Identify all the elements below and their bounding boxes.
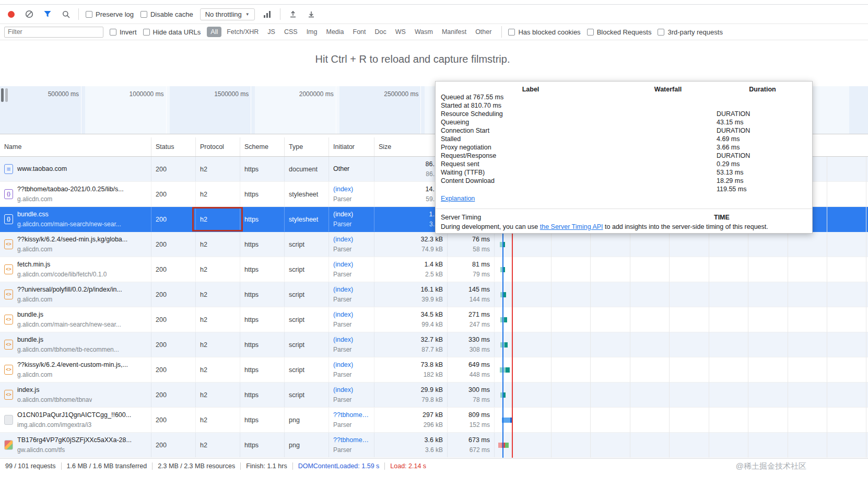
image-icon xyxy=(4,415,13,425)
request-name-cell[interactable]: <>??universal/polyfill/0.0.2/p/index/in.… xyxy=(0,282,151,307)
has-blocked-cookies-checkbox[interactable]: Has blocked cookies xyxy=(508,28,580,36)
request-name-cell[interactable]: <>bundle.jsg.alicdn.com/tbhome/tb-recomm… xyxy=(0,332,151,357)
invert-checkbox[interactable]: Invert xyxy=(110,28,137,36)
request-row[interactable]: <>index.jso.alicdn.com/tbhome/tbnav200h2… xyxy=(0,383,868,408)
type-filter-doc[interactable]: Doc xyxy=(371,27,390,37)
type-filter-manifest[interactable]: Manifest xyxy=(438,27,470,37)
request-name-cell[interactable]: <>fetch.min.jsg.alicdn.com/code/lib/fetc… xyxy=(0,257,151,282)
column-header-name[interactable]: Name xyxy=(0,137,151,156)
request-name-cell[interactable]: <>index.jso.alicdn.com/tbhome/tbnav xyxy=(0,383,151,407)
record-button[interactable] xyxy=(5,8,17,20)
preserve-log-checkbox[interactable]: Preserve log xyxy=(86,10,134,18)
overview-handle[interactable] xyxy=(1,88,4,102)
time-secondary: 79 ms xyxy=(473,270,490,280)
column-header-initiator[interactable]: Initiator xyxy=(329,137,374,156)
time-primary: 81 ms xyxy=(472,260,490,270)
resources-size: 2.3 MB / 2.3 MB resources xyxy=(158,462,235,470)
initiator-link[interactable]: (index) xyxy=(333,184,353,194)
network-conditions-button[interactable] xyxy=(262,8,273,20)
type-filter-css[interactable]: CSS xyxy=(280,27,301,37)
request-scheme: https xyxy=(240,433,285,457)
timing-duration: 0.29 ms xyxy=(717,160,740,168)
initiator-link[interactable]: (index) xyxy=(333,235,353,245)
request-name-cell[interactable]: {}??tbhome/taobao-2021/0.0.25/lib/s...g.… xyxy=(0,182,151,206)
initiator-link[interactable]: (index) xyxy=(333,310,353,320)
column-header-scheme[interactable]: Scheme xyxy=(240,137,285,156)
explanation-link[interactable]: Explanation xyxy=(441,195,475,202)
column-header-status[interactable]: Status xyxy=(151,137,196,156)
search-button[interactable] xyxy=(60,8,72,20)
request-initiator[interactable]: (index)Parser xyxy=(329,332,374,357)
request-type: script xyxy=(285,307,329,332)
type-filter-all[interactable]: All xyxy=(207,27,221,37)
request-initiator[interactable]: ??tbhome…Parser xyxy=(329,433,374,457)
size-secondary: 99.4 kB xyxy=(421,320,443,330)
request-row[interactable]: <>??kissy/k/6.2.4/seed-min.js,kg/globa..… xyxy=(0,232,868,257)
timing-duration: 43.15 ms xyxy=(717,119,743,126)
checkbox-icon xyxy=(140,11,147,18)
server-timing-api-link[interactable]: the Server Timing API xyxy=(540,223,603,230)
timing-row: Request/ResponseDURATION xyxy=(441,152,807,160)
request-initiator[interactable]: (index)Parser xyxy=(329,207,374,231)
request-initiator[interactable]: Other xyxy=(329,157,374,181)
type-filter-js[interactable]: JS xyxy=(264,27,279,37)
column-header-protocol[interactable]: Protocol xyxy=(196,137,240,156)
initiator-link[interactable]: ??tbhome… xyxy=(333,410,369,420)
request-row[interactable]: O1CN01PaQurJ1QgnAICTCgg_!!600...img.alic… xyxy=(0,408,868,433)
request-name-cell[interactable]: <>??kissy/k/6.2.4/event-custom-min.js,..… xyxy=(0,357,151,382)
request-name-cell[interactable]: {}bundle.cssg.alicdn.com/main-search/new… xyxy=(0,207,151,231)
requests-count: 99 / 101 requests xyxy=(5,462,56,470)
type-filter-fetch-xhr[interactable]: Fetch/XHR xyxy=(223,27,262,37)
request-name-cell[interactable]: TB176rg4VP7gK0jSZFjXXc5aXXa-28...gw.alic… xyxy=(0,433,151,457)
column-header-type[interactable]: Type xyxy=(285,137,329,156)
blocked-requests-checkbox[interactable]: Blocked Requests xyxy=(587,28,652,36)
initiator-detail: Parser xyxy=(333,370,353,380)
request-row[interactable]: <>bundle.jsg.alicdn.com/tbhome/tb-recomm… xyxy=(0,332,868,357)
request-initiator[interactable]: ??tbhome…Parser xyxy=(329,408,374,432)
initiator-link[interactable]: (index) xyxy=(333,210,353,219)
filter-toggle-button[interactable] xyxy=(42,8,53,20)
clear-button[interactable] xyxy=(24,8,35,20)
initiator-link[interactable]: (index) xyxy=(333,385,353,395)
overview-handle[interactable] xyxy=(5,88,8,102)
throttling-select[interactable]: No throttling▼ xyxy=(200,8,255,20)
type-filter-wasm[interactable]: Wasm xyxy=(411,27,437,37)
export-har-button[interactable] xyxy=(306,8,317,20)
request-initiator[interactable]: (index)Parser xyxy=(329,383,374,407)
request-initiator[interactable]: (index)Parser xyxy=(329,257,374,282)
request-name-cell[interactable]: <>bundle.jsg.alicdn.com/main-search/new-… xyxy=(0,307,151,332)
request-initiator[interactable]: (index)Parser xyxy=(329,357,374,382)
request-initiator[interactable]: (index)Parser xyxy=(329,282,374,307)
request-initiator[interactable]: (index)Parser xyxy=(329,232,374,257)
type-filter-media[interactable]: Media xyxy=(322,27,347,37)
disable-cache-checkbox[interactable]: Disable cache xyxy=(140,10,193,18)
request-row[interactable]: <>bundle.jsg.alicdn.com/main-search/new-… xyxy=(0,307,868,332)
blocked-requests-label: Blocked Requests xyxy=(597,28,652,36)
request-initiator[interactable]: (index)Parser xyxy=(329,182,374,206)
import-har-button[interactable] xyxy=(287,8,299,20)
type-filter-other[interactable]: Other xyxy=(472,27,495,37)
initiator-link[interactable]: (index) xyxy=(333,335,353,345)
third-party-requests-checkbox[interactable]: 3rd-party requests xyxy=(658,28,723,36)
initiator-link[interactable]: (index) xyxy=(333,260,353,270)
request-row[interactable]: <>??universal/polyfill/0.0.2/p/index/in.… xyxy=(0,282,868,307)
request-row[interactable]: TB176rg4VP7gK0jSZFjXXc5aXXa-28...gw.alic… xyxy=(0,433,868,458)
request-scheme: https xyxy=(240,307,285,332)
request-row[interactable]: <>??kissy/k/6.2.4/event-custom-min.js,..… xyxy=(0,357,868,383)
request-name-cell[interactable]: O1CN01PaQurJ1QgnAICTCgg_!!600...img.alic… xyxy=(0,408,151,432)
type-filter-ws[interactable]: WS xyxy=(392,27,409,37)
request-scheme: https xyxy=(240,408,285,432)
filter-input[interactable] xyxy=(4,27,103,38)
initiator-link[interactable]: (index) xyxy=(333,285,353,295)
server-timing-time-header: TIME xyxy=(714,214,730,221)
initiator-link[interactable]: ??tbhome… xyxy=(333,435,369,445)
hide-data-urls-checkbox[interactable]: Hide data URLs xyxy=(143,28,201,36)
request-row[interactable]: <>fetch.min.jsg.alicdn.com/code/lib/fetc… xyxy=(0,257,868,282)
request-name-cell[interactable]: ≡www.taobao.com xyxy=(0,157,151,181)
request-name-cell[interactable]: <>??kissy/k/6.2.4/seed-min.js,kg/globa..… xyxy=(0,232,151,257)
type-filter-img[interactable]: Img xyxy=(303,27,321,37)
timing-label: Stalled xyxy=(441,135,461,143)
request-initiator[interactable]: (index)Parser xyxy=(329,307,374,332)
initiator-link[interactable]: (index) xyxy=(333,360,353,370)
type-filter-font[interactable]: Font xyxy=(349,27,370,37)
